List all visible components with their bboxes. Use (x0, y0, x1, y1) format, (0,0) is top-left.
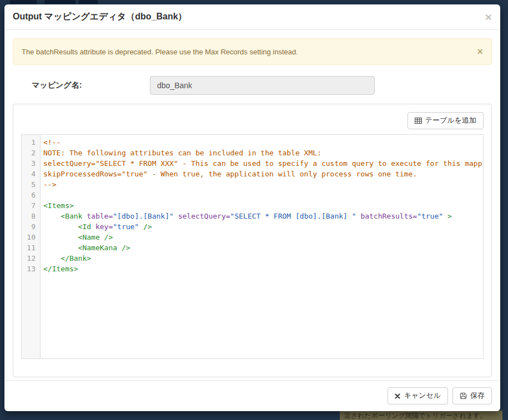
code-editor[interactable]: 12345678910111213 <!--NOTE: The followin… (21, 134, 484, 359)
editor-code[interactable]: <!--NOTE: The following attributes can b… (41, 135, 483, 358)
modal-body: The batchResults attribute is deprecated… (4, 30, 500, 380)
output-mapping-editor-modal: Output マッピングエディタ（dbo_Bank） × The batchRe… (4, 4, 500, 411)
deprecation-alert: The batchResults attribute is deprecated… (13, 38, 492, 65)
background-remnant (79, 0, 98, 4)
close-icon[interactable]: × (485, 11, 492, 23)
save-label: 保存 (470, 391, 485, 401)
mapping-name-row: マッピング名: (13, 76, 492, 95)
add-table-button[interactable]: テーブルを追加 (408, 112, 484, 129)
editor-gutter: 12345678910111213 (22, 135, 41, 358)
alert-text: The batchResults attribute is deprecated… (22, 48, 298, 56)
editor-toolbar: テーブルを追加 (21, 112, 484, 129)
mapping-name-label: マッピング名: (13, 80, 150, 90)
save-button[interactable]: 保存 (452, 387, 492, 404)
cancel-label: キャンセル (404, 391, 441, 401)
cancel-button[interactable]: キャンセル (388, 387, 448, 404)
background-note: 定されたポーリング間隔でトリガーされます。 リストがデプロイされます。 (340, 411, 502, 420)
modal-header: Output マッピングエディタ（dbo_Bank） × (4, 4, 500, 30)
editor-panel: テーブルを追加 12345678910111213 <!--NOTE: The … (13, 104, 492, 377)
background-note-line: 定されたポーリング間隔でトリガーされます。 (344, 412, 498, 420)
background-remnant (44, 0, 76, 4)
mapping-name-input[interactable] (150, 76, 375, 95)
save-icon (460, 392, 467, 399)
table-icon (415, 118, 422, 124)
add-table-label: テーブルを追加 (425, 116, 476, 125)
modal-footer: キャンセル 保存 (4, 380, 500, 411)
modal-title: Output マッピングエディタ（dbo_Bank） (13, 11, 187, 23)
alert-dismiss-icon[interactable]: × (477, 47, 483, 57)
x-icon (395, 393, 400, 399)
background-remnant (10, 0, 37, 4)
